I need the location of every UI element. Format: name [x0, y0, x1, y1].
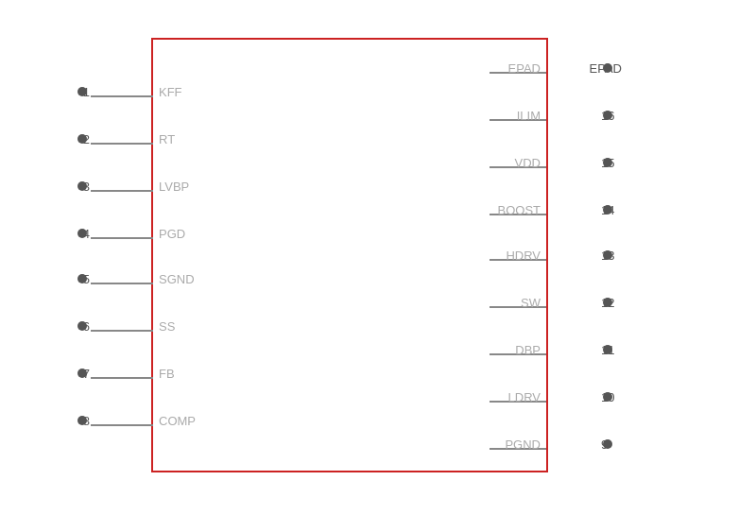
pin-dot — [77, 181, 87, 191]
pin-label: SW — [521, 296, 541, 310]
pin-label: LDRV — [508, 390, 541, 404]
pin-label: KFF — [159, 85, 182, 99]
pin-line — [91, 424, 153, 426]
pin-label: BOOST — [497, 203, 541, 217]
pin-line — [91, 237, 153, 239]
pin-dot — [603, 298, 612, 307]
pin-dot — [77, 416, 87, 425]
chip-body: 1KFF2RT3LVBP4PGD5SGND6SS7FB8COMPEPADEPAD… — [151, 38, 548, 472]
pin-dot — [603, 250, 612, 260]
pin-dot — [77, 321, 87, 331]
pin-line — [91, 377, 153, 379]
pin-dot — [77, 229, 87, 238]
pin-label: FB — [159, 367, 175, 381]
pin-label: HDRV — [506, 249, 541, 263]
pin-dot — [603, 439, 612, 449]
pin-dot — [77, 87, 87, 96]
pin-line — [91, 190, 153, 192]
pin-label: SS — [159, 319, 175, 334]
pin-line — [91, 330, 153, 332]
pin-line — [91, 143, 153, 145]
pin-label: PGD — [159, 227, 185, 241]
pin-line — [91, 283, 153, 284]
pin-label: LVBP — [159, 180, 189, 194]
pin-label: RT — [159, 132, 175, 146]
pin-dot — [77, 369, 87, 378]
pin-label: DBP — [515, 343, 541, 357]
pin-label: SGND — [159, 272, 195, 286]
pin-dot — [603, 205, 612, 215]
pin-label: EPAD — [508, 61, 541, 76]
pin-dot — [603, 392, 612, 402]
pin-dot — [603, 111, 612, 120]
pin-line — [91, 95, 153, 97]
pin-dot — [603, 63, 612, 73]
pin-dot — [603, 158, 612, 167]
pin-dot — [77, 274, 87, 283]
pin-dot — [77, 134, 87, 144]
pin-label: ILIM — [517, 109, 541, 123]
pin-label: COMP — [159, 414, 196, 428]
pin-label: VDD — [515, 156, 541, 170]
pin-dot — [603, 345, 612, 354]
pin-label: PGND — [505, 438, 541, 452]
